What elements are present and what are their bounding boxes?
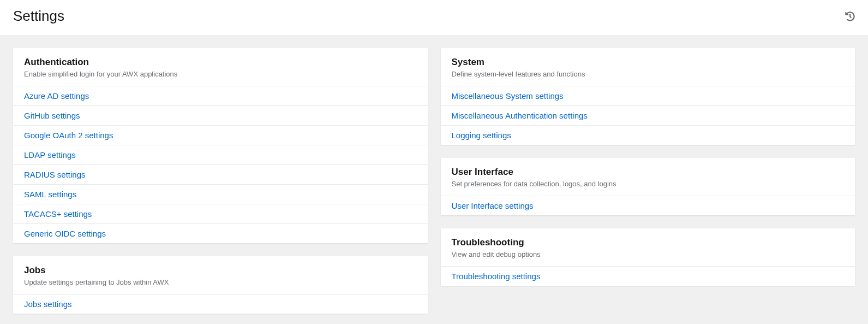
card-jobs: JobsUpdate settings pertaining to Jobs w… — [13, 256, 428, 314]
link-ui-settings[interactable]: User Interface settings — [441, 196, 855, 215]
card-title: Jobs — [24, 265, 417, 276]
link-troubleshooting-settings[interactable]: Troubleshooting settings — [441, 266, 855, 286]
card-description: Enable simplified login for your AWX app… — [24, 70, 417, 78]
history-icon[interactable] — [845, 11, 855, 21]
page-title: Settings — [13, 8, 64, 25]
card-header: JobsUpdate settings pertaining to Jobs w… — [13, 256, 428, 294]
link-misc-system[interactable]: Miscellaneous System settings — [441, 86, 855, 105]
card-description: Define system-level features and functio… — [452, 70, 845, 78]
card-header: TroubleshootingView and edit debug optio… — [441, 228, 855, 266]
link-azure-ad[interactable]: Azure AD settings — [13, 86, 428, 105]
card-header: User InterfaceSet preferences for data c… — [441, 158, 855, 196]
card-description: Update settings pertaining to Jobs withi… — [24, 278, 417, 286]
card-links: User Interface settings — [441, 196, 855, 215]
card-links: Azure AD settingsGitHub settingsGoogle O… — [13, 86, 428, 243]
link-ldap[interactable]: LDAP settings — [13, 145, 428, 164]
card-title: Troubleshooting — [452, 237, 845, 248]
card-system: SystemDefine system-level features and f… — [441, 48, 855, 145]
link-github[interactable]: GitHub settings — [13, 105, 428, 125]
settings-content: AuthenticationEnable simplified login fo… — [0, 35, 868, 324]
link-jobs-settings[interactable]: Jobs settings — [13, 294, 428, 314]
card-header: SystemDefine system-level features and f… — [441, 48, 855, 86]
link-misc-auth[interactable]: Miscellaneous Authentication settings — [441, 105, 855, 125]
card-links: Miscellaneous System settingsMiscellaneo… — [441, 86, 855, 145]
left-column: AuthenticationEnable simplified login fo… — [13, 48, 428, 314]
page-header: Settings — [0, 0, 868, 35]
link-oidc[interactable]: Generic OIDC settings — [13, 223, 428, 243]
card-user-interface: User InterfaceSet preferences for data c… — [441, 158, 855, 215]
link-saml[interactable]: SAML settings — [13, 184, 428, 204]
card-title: Authentication — [24, 57, 417, 68]
link-radius[interactable]: RADIUS settings — [13, 164, 428, 184]
link-tacacs[interactable]: TACACS+ settings — [13, 204, 428, 223]
card-links: Troubleshooting settings — [441, 266, 855, 286]
card-title: System — [452, 57, 845, 68]
card-title: User Interface — [452, 167, 845, 178]
card-authentication: AuthenticationEnable simplified login fo… — [13, 48, 428, 243]
right-column: SystemDefine system-level features and f… — [441, 48, 855, 314]
card-description: View and edit debug options — [452, 250, 845, 258]
card-header: AuthenticationEnable simplified login fo… — [13, 48, 428, 86]
card-description: Set preferences for data collection, log… — [452, 180, 845, 188]
link-google-oauth2[interactable]: Google OAuth 2 settings — [13, 125, 428, 145]
card-links: Jobs settings — [13, 294, 428, 314]
card-troubleshooting: TroubleshootingView and edit debug optio… — [441, 228, 855, 286]
link-logging[interactable]: Logging settings — [441, 125, 855, 145]
